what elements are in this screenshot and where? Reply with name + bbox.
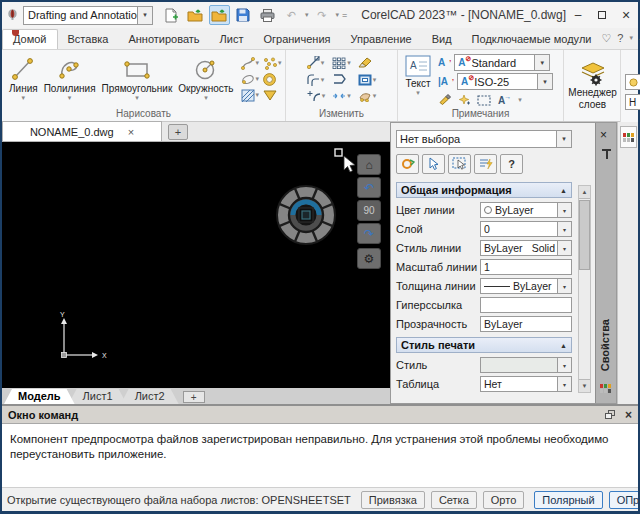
anno-extra-caret[interactable]: ▾ [518,96,522,104]
save-button[interactable] [233,5,254,25]
quick-select-button[interactable] [474,154,497,174]
line-tool[interactable]: Линия ▾ [6,55,41,103]
minimize-button[interactable]: – [566,5,590,25]
favorite-heart-icon[interactable]: ♡ [601,32,611,45]
ellipse-caret[interactable]: ▾ [256,75,260,83]
layer-caret[interactable]: ▾ [557,222,571,236]
selection-filter-select[interactable]: Нет выбора ▾ [396,130,572,148]
toggle-ortho[interactable]: Орто [483,491,524,509]
array-caret[interactable]: ▾ [347,59,351,67]
toggle-polar[interactable]: Полярный [534,491,602,509]
delete-tool[interactable] [358,56,377,69]
undo-history-caret[interactable]: ▾ [305,11,309,19]
text-flip-icon[interactable]: A→ [498,95,511,106]
tab-sheet[interactable]: Лист [210,30,254,49]
hyperlink-input[interactable] [480,297,572,313]
select-cursor-button[interactable] [422,154,445,174]
scroll-down-icon[interactable]: ▼ [579,379,590,392]
dim-style-select[interactable]: A⊘ ISO-25 ▾ [457,73,553,90]
linescale-input[interactable]: 1 [480,259,572,275]
tab-plugins[interactable]: Подключаемые модули [462,30,602,49]
section-print-collapse-icon[interactable]: ▲ [560,342,567,349]
command-window-header[interactable]: Окно команд × [2,406,638,424]
ellipse-tool[interactable]: ▾ [241,73,260,86]
tab-view[interactable]: Вид [422,30,462,49]
toggle-grid[interactable]: Сетка [431,491,477,509]
document-tab-close-icon[interactable]: × [128,126,134,138]
tab-home[interactable]: Домой [2,29,58,49]
offset-caret[interactable]: ▾ [321,76,325,84]
tab-manage[interactable]: Управление [341,30,422,49]
drawing-canvas[interactable]: ⌂ ↶ 90 ↷ ⚙ Y X [2,142,390,388]
workspace-select[interactable]: Drafting and Annotation ▾ [23,6,153,25]
command-history[interactable]: Компонент предпросмотра файлов зарегистр… [2,424,638,462]
linecolor-caret[interactable]: ▾ [557,203,571,217]
properties-palette-button[interactable] [620,126,637,148]
trim-tool[interactable]: ▾ [358,73,377,86]
edit-points-tool[interactable]: ▾ [358,90,377,102]
add-sheet-button[interactable]: + [183,391,205,403]
pin-icon[interactable] [602,149,611,160]
ribbon-options-caret[interactable]: ▾ [629,34,633,42]
text-tool-caret[interactable]: ▾ [416,89,420,97]
hatch-tool[interactable]: ▾ [241,89,260,102]
ring-tool[interactable] [263,73,282,86]
toggle-snap[interactable]: Привязка [361,491,425,509]
layer-manager-icon[interactable] [580,62,606,86]
layer-state-partial[interactable] [625,74,640,90]
selection-filter-caret[interactable]: ▾ [556,131,571,147]
grip-caret[interactable]: ▾ [373,92,377,100]
scroll-up-icon[interactable]: ▲ [579,186,590,199]
layer-name-partial[interactable]: Н [625,94,640,110]
maximize-button[interactable] [590,5,614,25]
linecolor-select[interactable]: ByLayer ▾ [480,202,572,218]
tab-model[interactable]: Модель [4,389,75,404]
trim-caret[interactable]: ▾ [373,76,377,84]
properties-help-button[interactable]: ? [500,154,523,174]
toggle-esnap[interactable]: ОПривязка [609,491,638,509]
pencil-icon[interactable] [438,94,451,106]
spline-tool[interactable]: ▾ [241,57,260,70]
properties-scrollbar[interactable]: ▲ ▼ [578,185,591,393]
lineweight-select[interactable]: ByLayer ▾ [480,278,572,294]
open-file-button[interactable] [185,5,206,25]
boundary-icon[interactable] [477,95,491,106]
linestyle-select[interactable]: ByLayer Solid ▾ [480,240,572,256]
spline-caret[interactable]: ▾ [256,59,260,67]
command-close-icon[interactable]: × [625,408,632,422]
circle-tool[interactable]: Окружность ▾ [175,55,236,103]
rotate-angle-button[interactable]: 90 [357,200,381,221]
reshape-tool[interactable] [332,73,351,86]
move-caret[interactable]: ▾ [321,59,325,67]
customize-quick-access-icon[interactable]: = [342,10,347,20]
tab-sheet1[interactable]: Лист1 [69,389,127,404]
tab-insert[interactable]: Вставка [58,30,119,49]
text-tool[interactable]: A Текст ▾ [402,54,434,98]
print-button[interactable] [257,5,278,25]
marquee-select-button[interactable] [448,154,471,174]
text-style-caret[interactable]: ▾ [534,55,549,70]
redo-button[interactable]: ↷ [311,5,332,25]
tab-sheet2[interactable]: Лист2 [121,389,179,404]
redo-history-caret[interactable]: ▾ [335,11,339,19]
polyline-tool[interactable]: Полилиния ▾ [41,55,99,103]
smart-dimension-icon[interactable] [458,94,470,106]
linestyle-caret[interactable]: ▾ [557,241,571,255]
tab-annotate[interactable]: Аннотировать [118,30,209,49]
pattern-tool[interactable]: ▾ [332,56,351,69]
polygon-tool[interactable] [263,89,282,102]
point-tool[interactable]: ▾ [263,57,282,70]
move-tool[interactable]: ▾ [307,56,326,69]
chevron-down-icon[interactable]: ▾ [137,7,152,24]
navigation-wheel[interactable] [274,183,338,247]
note-tool-icon[interactable]: A, [438,57,451,68]
lineweight-caret[interactable]: ▾ [557,279,571,293]
dim-style-caret[interactable]: ▾ [537,74,552,89]
document-tab[interactable]: NONAME_0.dwg × [2,121,162,141]
section-print-header[interactable]: Стиль печати ▲ [396,337,572,353]
tab-constraints[interactable]: Ограничения [253,30,340,49]
printtable-select[interactable]: Нет ▾ [480,376,572,392]
help-button[interactable]: ? [617,32,623,44]
close-button[interactable]: × [614,5,638,25]
new-drawing-button[interactable] [161,5,182,25]
